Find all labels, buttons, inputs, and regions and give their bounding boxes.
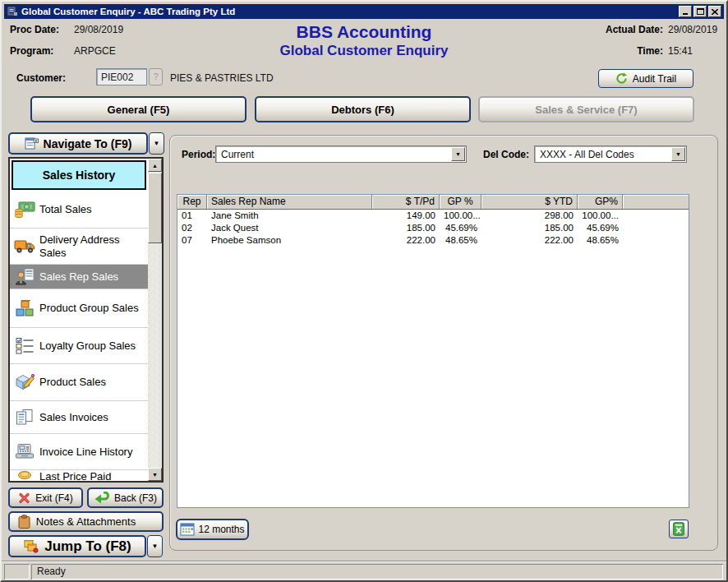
cell-ytd: 222.00 [481,234,578,247]
period-label: Period: [182,149,215,160]
column-header-ytd[interactable]: $ YTD [481,195,578,209]
navigate-to-label: Navigate To (F9) [44,137,132,150]
recycle-icon [615,72,628,85]
header-left: Proc Date: 29/08/2019 Program: ARPGCE [10,24,123,57]
customer-help-button[interactable]: ? [149,68,163,85]
maximize-button[interactable] [693,6,707,17]
tab-general[interactable]: General (F5) [30,96,247,122]
audit-trail-button[interactable]: Audit Trail [598,69,693,88]
jump-to-button[interactable]: Jump To (F8) [8,535,146,557]
del-code-select[interactable]: XXXX - All Del Codes ▼ [534,146,687,163]
sales-rep-icon [10,268,39,285]
cell-ytd: 298.00 [481,210,578,222]
jump-dropdown-button[interactable]: ▼ [147,535,163,557]
tab-sales-service: Sales & Service (F7) [478,96,694,122]
column-header-t-pd[interactable]: $ T/Pd [372,195,440,209]
sidebar-list-content: Sales History Total SalesDelivery Addres… [10,159,148,481]
customer-code-input[interactable]: PIE002 [96,68,147,85]
sidebar-item-label: Product Sales [39,376,108,389]
product-sales-icon [10,373,39,391]
notes-attachments-button[interactable]: Notes & Attachments [8,511,164,532]
money-icon [10,201,39,219]
sidebar-item-sales-rep-sales[interactable]: Sales Rep Sales [10,265,148,289]
exit-button[interactable]: Exit (F4) [8,487,83,508]
sidebar-item-loyalty-group-sales[interactable]: Loyalty Group Sales [10,328,148,364]
coin-icon [10,470,39,480]
sidebar-item-last-price-paid[interactable]: Last Price Paid [10,470,148,481]
app-icon [7,6,18,17]
audit-trail-label: Audit Trail [633,73,676,85]
time-label: Time: [606,45,663,57]
cell-gp: 45.69% [440,222,481,234]
jump-to-label: Jump To (F8) [44,538,131,555]
table-row[interactable]: 02Jack Quest185.0045.69%185.0045.69% [177,222,689,234]
actual-date-label: Actual Date: [606,24,663,35]
cell-t-pd: 222.00 [372,234,440,247]
exit-label: Exit (F4) [35,492,72,504]
del-code-value: XXXX - All Del Codes [540,149,634,160]
column-header-gp[interactable]: GP% [578,195,623,209]
back-button[interactable]: Back (F3) [87,487,164,508]
invoice-line-history-icon [10,443,39,460]
cell-rep: 02 [177,222,207,234]
del-code-label: Del Code: [483,149,529,160]
sidebar-item-total-sales[interactable]: Total Sales [10,192,148,229]
table-row[interactable]: 01Jane Smith149.00100.00...298.00100.00.… [177,210,689,222]
excel-icon [672,522,685,536]
table-row[interactable]: 07Phoebe Samson222.0048.65%222.0048.65% [177,234,689,247]
program-label: Program: [10,45,74,57]
sidebar-scrollbar[interactable]: ▲ ▼ [148,159,162,481]
loyalty-group-icon [10,337,39,354]
column-header-gp[interactable]: GP % [440,195,481,209]
sidebar-item-label: Loyalty Group Sales [39,340,137,353]
column-header-sales-rep-name[interactable]: Sales Rep Name [207,195,372,209]
minimize-button[interactable] [679,6,692,17]
export-excel-button[interactable] [669,520,689,538]
sales-invoices-icon [10,409,39,426]
chevron-down-icon[interactable]: ▼ [671,147,685,161]
cell-gp: 45.69% [578,222,623,234]
sidebar-item-label: Invoice Line History [39,446,134,459]
tab-debtors[interactable]: Debtors (F6) [255,96,471,122]
sidebar-item-sales-invoices[interactable]: Sales Invoices [10,401,148,434]
cell-rep: 01 [177,210,207,222]
scroll-up-button[interactable]: ▲ [148,159,162,172]
jump-windows-icon [23,539,39,553]
cell-rep: 07 [177,234,207,247]
status-bar: Ready [31,564,723,580]
navigate-form-icon [25,137,39,150]
cell-gp: 48.65% [578,234,623,247]
notes-attachments-label: Notes & Attachments [36,515,136,528]
period-select[interactable]: Current ▼ [215,146,467,163]
header-right: Actual Date: 29/08/2019 Time: 15:41 [606,24,719,57]
tab-general-label: General (F5) [108,104,170,116]
delivery-truck-icon [10,238,39,254]
status-separator [2,561,726,562]
cell-t-pd: 185.00 [372,222,440,234]
time-value: 15:41 [668,45,719,57]
sidebar-item-invoice-line-history[interactable]: Invoice Line History [10,434,148,470]
sidebar-item-delivery-address-sales[interactable]: Delivery Address Sales [10,229,148,265]
column-header-rep[interactable]: Rep [177,195,207,209]
sidebar-item-label: Last Price Paid [39,470,113,481]
actual-date-value: 29/08/2019 [668,24,719,35]
navigate-to-button[interactable]: Navigate To (F9) [8,132,148,155]
tab-sales-service-label: Sales & Service (F7) [535,104,637,116]
sidebar-item-product-sales[interactable]: Product Sales [10,364,148,401]
customer-name: PIES & PASTRIES LTD [170,72,274,84]
twelve-months-button[interactable]: 12 months [176,519,249,540]
navigate-dropdown-button[interactable]: ▼ [149,132,164,155]
twelve-months-label: 12 months [198,524,244,535]
close-button[interactable] [708,6,721,17]
calendar-icon [180,523,195,536]
chevron-down-icon[interactable]: ▼ [451,147,465,161]
scroll-down-button[interactable]: ▼ [148,468,162,481]
proc-date-value: 29/08/2019 [74,24,123,35]
sidebar-item-label: Product Group Sales [39,302,141,315]
sidebar-item-product-group-sales[interactable]: Product Group Sales [10,289,148,328]
product-group-icon [10,300,39,317]
program-value: ARPGCE [74,45,123,57]
sidebar-list: Sales History Total SalesDelivery Addres… [8,157,164,483]
sidebar-section-header: Sales History [12,160,146,190]
scroll-thumb[interactable] [148,173,162,243]
